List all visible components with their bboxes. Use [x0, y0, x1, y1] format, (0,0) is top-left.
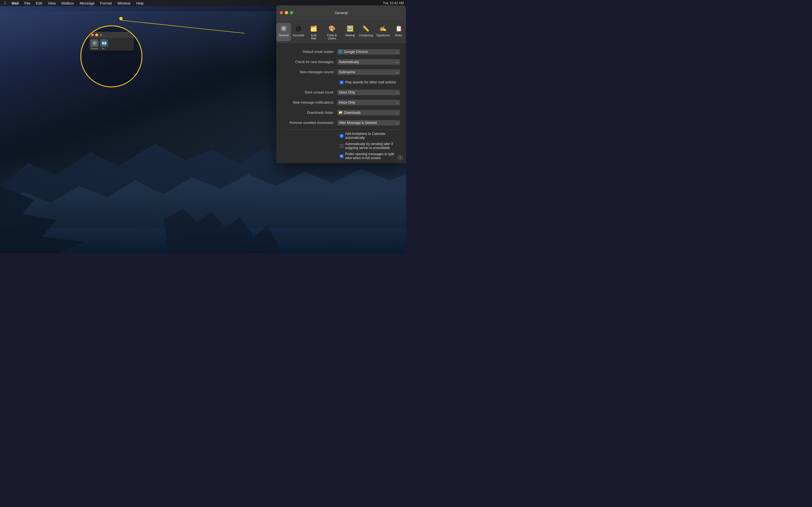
play-sounds-checkbox[interactable]: [340, 80, 343, 84]
downloads-value: Downloads: [344, 111, 395, 115]
check-messages-select[interactable]: Automatically Every Minute Every 5 Minut…: [337, 59, 400, 65]
composing-icon: ✏️: [361, 24, 370, 33]
tab-fonts[interactable]: 🎨 Fonts & Colors: [321, 23, 343, 41]
downloads-control: 📁 Downloads ⌄: [337, 110, 400, 116]
prefs-content: Default email reader: 🌐 Google Chrome ⌄ …: [276, 44, 406, 163]
dock-unread-select[interactable]: Inbox Only All Mailboxes: [337, 89, 400, 96]
rules-icon: 📋: [394, 24, 403, 33]
mini-accounts-label: Ac...: [102, 48, 106, 50]
menubar-time: Tue 10:42 AM: [383, 1, 404, 5]
arrow-dot: [119, 17, 123, 20]
downloads-select[interactable]: 📁 Downloads ⌄: [337, 110, 400, 116]
zoom-content: ⚙️ General 📧 Ac...: [81, 26, 142, 87]
auto-send-row: Automatically try sending later if outgo…: [282, 142, 400, 150]
tab-composing-label: Composing: [359, 34, 373, 37]
invitations-checkbox[interactable]: [340, 134, 343, 138]
tab-viewing[interactable]: 🖼️ Viewing: [343, 23, 357, 41]
menubar-view[interactable]: View: [46, 1, 58, 6]
menubar-file[interactable]: File: [22, 1, 33, 6]
window-controls: [280, 11, 293, 14]
chrome-icon: 🌐: [338, 50, 343, 54]
sound-select[interactable]: Submarine None Chime: [337, 69, 400, 75]
tab-accounts[interactable]: @ Accounts: [291, 23, 306, 41]
menubar-help[interactable]: Help: [134, 1, 146, 6]
close-button[interactable]: [280, 11, 283, 14]
dock-unread-control: Inbox Only All Mailboxes: [337, 89, 400, 96]
general-icon: [279, 24, 288, 33]
check-messages-label: Check for new messages:: [282, 60, 337, 64]
mini-toolbar: ⚙️ General 📧 Ac...: [89, 38, 134, 51]
notifications-control: Inbox Only All Mailboxes Contacts Only V…: [337, 100, 400, 106]
play-sounds-label: Play sounds for other mail actions: [345, 80, 396, 84]
apple-menu[interactable]: : [2, 0, 8, 6]
menubar-window[interactable]: Window: [115, 1, 133, 6]
downloads-label: Downloads folder:: [282, 111, 337, 115]
tab-viewing-label: Viewing: [345, 34, 355, 37]
select-arrow-icon: ⌄: [396, 50, 399, 54]
tab-rules-label: Rules: [395, 34, 402, 37]
minimize-button[interactable]: [285, 11, 288, 14]
signatures-icon: ✍️: [378, 24, 388, 33]
remove-downloads-select-wrapper: After Message is Deleted When Mail Quits…: [337, 120, 400, 126]
auto-send-checkbox[interactable]: [340, 144, 343, 148]
maximize-button[interactable]: [290, 11, 293, 14]
sound-label: New messages sound:: [282, 70, 337, 74]
mini-general-icon: ⚙️: [91, 39, 98, 47]
tab-junk[interactable]: 🗂️ Junk Mail: [306, 23, 321, 41]
downloads-folder-icon: 📁: [338, 110, 343, 115]
zoom-annotation-circle: ⚙️ General 📧 Ac...: [80, 25, 142, 87]
default-email-select[interactable]: 🌐 Google Chrome ⌄: [337, 49, 400, 55]
invitations-row: Add invitations to Calendar automaticall…: [282, 132, 400, 140]
menubar-message[interactable]: Message: [78, 1, 97, 6]
window-title: General: [335, 11, 348, 15]
svg-rect-2: [282, 27, 285, 30]
tab-junk-label: Junk Mail: [308, 34, 319, 40]
dock-unread-label: Dock unread count:: [282, 91, 337, 94]
menubar-mailbox[interactable]: Mailbox: [59, 1, 77, 6]
dock-unread-row: Dock unread count: Inbox Only All Mailbo…: [282, 89, 400, 96]
menubar-left:  Mail File Edit View Mailbox Message Fo…: [2, 0, 146, 6]
mini-accounts-tab: 📧 Ac...: [100, 39, 108, 50]
mini-maximize-button: [100, 34, 102, 36]
auto-send-label: Automatically try sending later if outgo…: [345, 142, 400, 150]
split-view-checkbox[interactable]: [340, 154, 343, 158]
tab-signatures-label: Signatures: [376, 34, 390, 37]
junk-icon: 🗂️: [309, 24, 318, 33]
downloads-row: Downloads folder: 📁 Downloads ⌄: [282, 109, 400, 116]
notifications-select-wrapper: Inbox Only All Mailboxes Contacts Only V…: [337, 100, 400, 106]
help-button[interactable]: ?: [398, 155, 403, 160]
menubar-edit[interactable]: Edit: [34, 1, 44, 6]
downloads-arrow-icon: ⌄: [396, 110, 399, 115]
check-messages-control: Automatically Every Minute Every 5 Minut…: [337, 59, 400, 65]
sound-select-wrapper: Submarine None Chime: [337, 69, 400, 75]
split-view-row: Prefer opening messages in split view wh…: [282, 152, 400, 160]
mini-titlebar: [89, 32, 134, 38]
split-view-label: Prefer opening messages in split view wh…: [345, 152, 400, 160]
mini-general-label: General: [91, 48, 98, 50]
notifications-select[interactable]: Inbox Only All Mailboxes Contacts Only V…: [337, 100, 400, 106]
mini-accounts-icon: 📧: [100, 39, 108, 47]
mini-close-button: [91, 34, 94, 36]
notifications-row: New message notifications: Inbox Only Al…: [282, 99, 400, 106]
menubar-mail[interactable]: Mail: [9, 1, 21, 6]
mini-general-tab: ⚙️ General: [91, 39, 98, 50]
default-email-value: Google Chrome: [344, 50, 395, 54]
remove-downloads-row: Remove unedited downloads: After Message…: [282, 119, 400, 126]
tab-rules[interactable]: 📋 Rules: [391, 23, 406, 41]
play-sounds-row: Play sounds for other mail actions: [340, 78, 400, 86]
accounts-icon: @: [294, 24, 303, 33]
tab-signatures[interactable]: ✍️ Signatures: [375, 23, 391, 41]
remove-downloads-label: Remove unedited downloads:: [282, 121, 337, 125]
invitations-label: Add invitations to Calendar automaticall…: [345, 132, 400, 140]
sound-row: New messages sound: Submarine None Chime: [282, 68, 400, 76]
mini-minimize-button: [95, 34, 98, 36]
default-email-control: 🌐 Google Chrome ⌄: [337, 49, 400, 55]
menubar-format[interactable]: Format: [98, 1, 114, 6]
fonts-icon: 🎨: [327, 24, 336, 33]
tab-general[interactable]: General: [276, 23, 291, 41]
tab-composing[interactable]: ✏️ Composing: [357, 23, 375, 41]
remove-downloads-select[interactable]: After Message is Deleted When Mail Quits…: [337, 120, 400, 126]
remove-downloads-control: After Message is Deleted When Mail Quits…: [337, 120, 400, 126]
preferences-window: General General @ Accounts 🗂️ Junk Mail …: [276, 5, 406, 163]
default-email-row: Default email reader: 🌐 Google Chrome ⌄: [282, 48, 400, 55]
